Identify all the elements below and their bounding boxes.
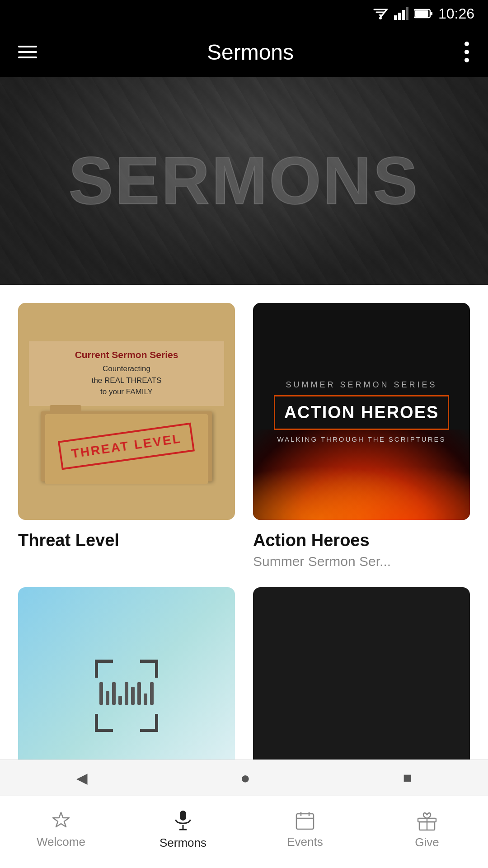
- star-icon: [51, 811, 71, 830]
- nav-label-give: Give: [415, 835, 439, 849]
- svg-rect-2: [398, 13, 401, 20]
- back-button[interactable]: ◀: [76, 769, 88, 787]
- svg-rect-3: [402, 10, 405, 20]
- calendar-icon: [295, 811, 315, 830]
- android-nav-bar: ◀ ● ■: [0, 760, 488, 796]
- hero-banner: SERMONS: [0, 77, 488, 285]
- wifi-icon: [372, 7, 389, 20]
- nav-item-welcome[interactable]: Welcome: [0, 811, 122, 854]
- gift-icon: [417, 810, 437, 831]
- heroes-content: SUMMER SERMON SERIES ACTION HEROES WALKI…: [260, 367, 463, 457]
- bracket-br: [140, 714, 158, 732]
- bracket-tl: [95, 660, 113, 678]
- svg-rect-7: [431, 12, 432, 15]
- card-threat-level[interactable]: Current Sermon Series Counteractingthe R…: [18, 303, 235, 569]
- more-options-button[interactable]: [464, 40, 470, 64]
- card-action-heroes[interactable]: SUMMER SERMON SERIES ACTION HEROES WALKI…: [253, 303, 470, 569]
- app-header: Sermons: [0, 27, 488, 77]
- svg-point-10: [465, 58, 469, 62]
- heroes-series-label: SUMMER SERMON SERIES: [274, 380, 450, 390]
- svg-rect-1: [394, 15, 397, 20]
- threat-series-label: Current Sermon Series: [36, 349, 217, 360]
- card-threat-image: Current Sermon Series Counteractingthe R…: [18, 303, 235, 520]
- svg-point-8: [465, 42, 469, 46]
- status-icons: 10:26: [372, 5, 474, 22]
- card-heroes-image: SUMMER SERMON SERIES ACTION HEROES WALKI…: [253, 303, 470, 520]
- bracket-tr: [140, 660, 158, 678]
- svg-point-0: [379, 17, 382, 19]
- mic-icon: [174, 810, 192, 831]
- scan-icon: [95, 660, 158, 732]
- cards-grid: Current Sermon Series Counteractingthe R…: [18, 303, 470, 569]
- recent-button[interactable]: ■: [403, 769, 412, 786]
- hero-text: SERMONS: [69, 142, 419, 219]
- nav-item-give[interactable]: Give: [366, 810, 488, 854]
- svg-rect-6: [415, 10, 428, 17]
- home-button[interactable]: ●: [240, 769, 250, 788]
- scan-bars: [99, 682, 154, 705]
- heroes-title: ACTION HEROES: [284, 403, 439, 422]
- bottom-nav-bar: Welcome Sermons Events Give: [0, 796, 488, 868]
- svg-rect-11: [180, 811, 186, 821]
- svg-rect-14: [296, 814, 314, 829]
- nav-label-events: Events: [287, 835, 323, 849]
- cards-section: Current Sermon Series Counteractingthe R…: [0, 285, 488, 824]
- card-heroes-card-subtitle: Summer Sermon Ser...: [253, 554, 470, 569]
- signal-icon: [394, 7, 408, 20]
- page-title: Sermons: [207, 40, 294, 65]
- nav-label-welcome: Welcome: [37, 835, 85, 849]
- svg-rect-4: [406, 7, 408, 20]
- heroes-tagline: WALKING THROUGH THE SCRIPTURES: [274, 435, 450, 443]
- card-heroes-card-title: Action Heroes: [253, 531, 470, 550]
- battery-icon: [414, 8, 433, 19]
- heroes-title-box: ACTION HEROES: [274, 395, 450, 430]
- threat-series-subtitle: Counteractingthe REAL THREATSto your FAM…: [36, 363, 217, 398]
- status-bar: 10:26: [0, 0, 488, 27]
- status-time: 10:26: [438, 5, 474, 22]
- nav-item-sermons[interactable]: Sermons: [122, 810, 244, 854]
- nav-item-events[interactable]: Events: [244, 811, 366, 854]
- hamburger-menu-button[interactable]: [18, 46, 37, 58]
- nav-label-sermons: Sermons: [160, 836, 206, 850]
- bracket-bl: [95, 714, 113, 732]
- svg-point-9: [465, 50, 469, 54]
- card-threat-title: Threat Level: [18, 531, 235, 550]
